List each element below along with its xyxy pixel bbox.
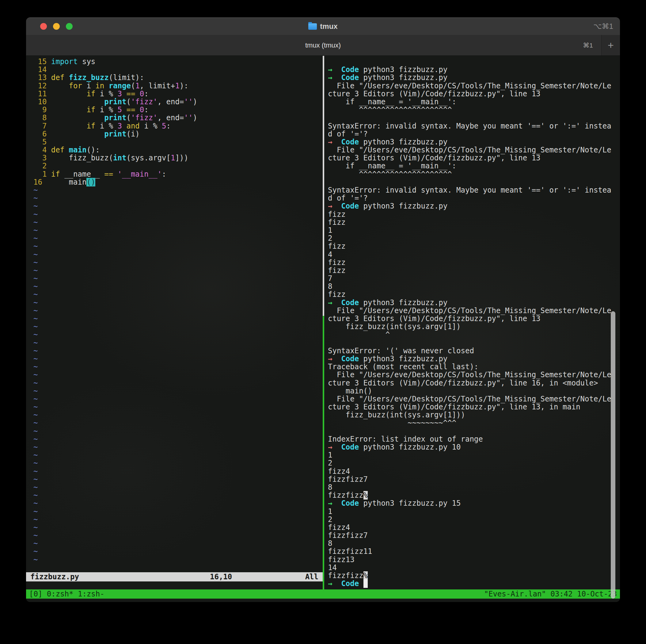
vim-buffer: 15 import sys 14 13 def fizz_buzz(limit)… <box>26 56 323 564</box>
shell-line <box>328 114 620 122</box>
vim-tilde-line: ~ <box>33 242 323 250</box>
shell-line: File "/Users/eve/Desktop/CS/Tools/The_Mi… <box>328 307 620 314</box>
shell-line: d of '='? <box>328 130 620 138</box>
vim-tilde-line: ~ <box>33 290 323 298</box>
shell-line: if __name__ = '__main__': <box>328 162 620 170</box>
vim-tilde-line: ~ <box>33 274 323 282</box>
shell-line: → Code <box>328 579 620 587</box>
vim-tilde-line: ~ <box>33 251 323 259</box>
terminal-window: tmux ⌥⌘1 tmux (tmux) ⌘1 + 15 import sys … <box>26 17 620 602</box>
shell-line: ^^^^^^^^^^^^^^^^^^^^^ <box>328 106 620 114</box>
pane-divider[interactable] <box>323 56 324 589</box>
shell-line: 1 <box>328 226 620 234</box>
shell-line: 2 <box>328 459 620 467</box>
vim-filename: fizzbuzz.py <box>30 573 79 581</box>
shell-line: fizz4 <box>328 467 620 475</box>
vim-tilde-line: ~ <box>33 524 323 532</box>
shell-line: → Code python3 fizzbuzz.py <box>328 299 620 307</box>
shell-line: fizz <box>328 267 620 274</box>
titlebar[interactable]: tmux ⌥⌘1 <box>26 18 620 35</box>
vim-tilde-line: ~ <box>33 314 323 323</box>
vim-tilde-line: ~ <box>33 483 323 491</box>
shell-line: SyntaxError: invalid syntax. Maybe you m… <box>328 122 620 130</box>
shell-line: SyntaxError: invalid syntax. Maybe you m… <box>328 186 620 194</box>
shell-line <box>328 58 620 66</box>
window-title-group: tmux <box>26 22 620 31</box>
tab-bar: tmux (tmux) ⌘1 + <box>26 35 620 56</box>
vim-tilde-line: ~ <box>33 371 323 379</box>
vim-pane[interactable]: 15 import sys 14 13 def fizz_buzz(limit)… <box>26 56 323 589</box>
shell-line: fizzfizz7 <box>328 475 620 483</box>
shell-line: File "/Users/eve/Desktop/CS/Tools/The_Mi… <box>328 395 620 403</box>
shell-line: fizz <box>328 218 620 226</box>
vim-line: 2 <box>33 162 323 170</box>
vim-tilde-line: ~ <box>33 556 323 564</box>
vim-line: 14 <box>33 66 323 74</box>
shell-line: ^ <box>328 331 620 339</box>
vim-tilde-line: ~ <box>33 491 323 499</box>
window-title: tmux <box>320 22 337 31</box>
shell-pane[interactable]: → Code python3 fizzbuzz.py→ Code python3… <box>325 56 620 589</box>
shell-line: fizz4 <box>328 524 620 532</box>
shell-line: fizz <box>328 290 620 298</box>
tab-tmux[interactable]: tmux (tmux) <box>305 41 341 50</box>
shell-line: fizzfizz7 <box>328 532 620 539</box>
shell-line: File "/Users/eve/Desktop/CS/Tools/The_Mi… <box>328 146 620 154</box>
shell-line: cture 3 Editors (Vim)/Code/fizzbuzz.py",… <box>328 314 620 323</box>
shell-line: 1 <box>328 508 620 516</box>
shell-line: 7 <box>328 274 620 282</box>
shell-line: → Code python3 fizzbuzz.py <box>328 202 620 210</box>
shell-line: ^^^^^^^^^^^^^^^^^^^^^ <box>328 170 620 178</box>
shell-line: ~~~~~~~~^^^ <box>328 419 620 427</box>
shell-line <box>328 427 620 435</box>
shell-line: → Code python3 fizzbuzz.py <box>328 355 620 363</box>
shell-line: 2 <box>328 234 620 242</box>
vim-line: 10 print('fizz', end='') <box>33 98 323 106</box>
vim-tilde-line: ~ <box>33 443 323 451</box>
shell-line: 2 <box>328 516 620 524</box>
vim-tilde-line: ~ <box>33 339 323 347</box>
vim-line: 16 main() <box>33 178 323 186</box>
shell-line: fizzfizz11 <box>328 547 620 555</box>
vim-statusline: fizzbuzz.py 16,10 All <box>26 572 323 581</box>
shell-line: main() <box>328 387 620 395</box>
vim-tilde-line: ~ <box>33 218 323 226</box>
vim-tilde-line: ~ <box>33 532 323 539</box>
vim-line: 7 if i % 3 and i % 5: <box>33 122 323 130</box>
shell-line: 4 <box>328 251 620 259</box>
vim-tilde-line: ~ <box>33 307 323 314</box>
vim-tilde-line: ~ <box>33 395 323 403</box>
vim-tilde-line: ~ <box>33 547 323 555</box>
vim-tilde-line: ~ <box>33 435 323 443</box>
vim-line: 15 import sys <box>33 58 323 66</box>
shell-line: → Code python3 fizzbuzz.py <box>328 138 620 146</box>
proxy-folder-icon[interactable] <box>308 23 317 30</box>
tmux-session-windows: [0] 0:zsh* 1:zsh- <box>29 590 105 598</box>
vim-tilde-line: ~ <box>33 267 323 274</box>
shell-line: → Code python3 fizzbuzz.py 10 <box>328 443 620 451</box>
tmux-status-bar: [0] 0:zsh* 1:zsh- "Eves-Air.lan" 03:42 1… <box>26 589 620 599</box>
new-tab-button[interactable]: + <box>601 35 620 56</box>
vim-tilde-line: ~ <box>33 387 323 395</box>
shell-line: File "/Users/eve/Desktop/CS/Tools/The_Mi… <box>328 82 620 90</box>
vim-line: 6 print(i) <box>33 130 323 138</box>
shell-line: fizz <box>328 242 620 250</box>
scrollbar-thumb[interactable] <box>611 311 615 599</box>
shell-line <box>328 178 620 186</box>
shell-line: SyntaxError: '(' was never closed <box>328 347 620 355</box>
shell-line: 8 <box>328 483 620 491</box>
shell-line: fizz_buzz(int(sys.argv[1]) <box>328 323 620 331</box>
shell-line: → Code python3 fizzbuzz.py 15 <box>328 499 620 507</box>
vim-tilde-line: ~ <box>33 347 323 355</box>
shell-line: IndexError: list index out of range <box>328 435 620 443</box>
shell-line: → Code python3 fizzbuzz.py <box>328 74 620 82</box>
vim-tilde-line: ~ <box>33 539 323 547</box>
vim-tilde-line: ~ <box>33 234 323 242</box>
shell-line: cture 3 Editors (Vim)/Code/fizzbuzz.py",… <box>328 379 620 387</box>
vim-line: 13 def fizz_buzz(limit): <box>33 74 323 82</box>
vim-command-line <box>26 581 323 589</box>
vim-tilde-line: ~ <box>33 379 323 387</box>
vim-line: 11 if i % 3 == 0: <box>33 90 323 98</box>
vim-line: 8 print('fizz', end='') <box>33 114 323 122</box>
shell-line: File "/Users/eve/Desktop/CS/Tools/The_Mi… <box>328 371 620 379</box>
